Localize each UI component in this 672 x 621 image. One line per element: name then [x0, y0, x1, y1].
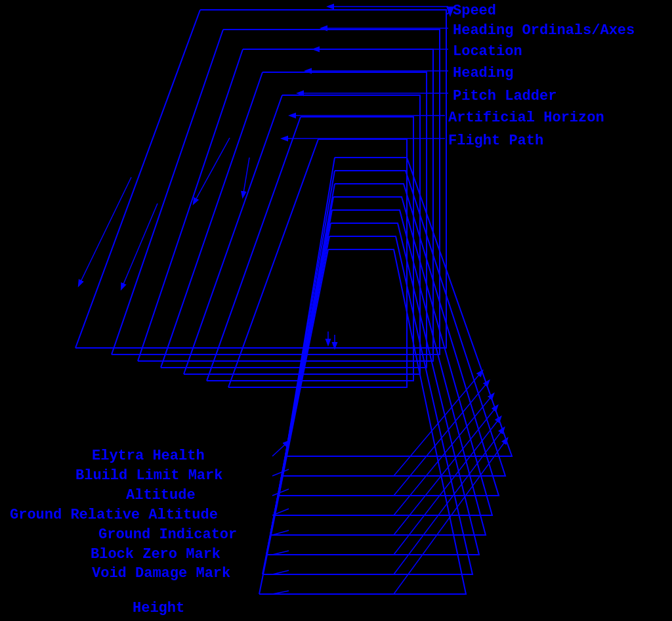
svg-line-4 [184, 95, 282, 374]
heading-label: Heading [453, 65, 513, 81]
ground-relative-altitude-label: Ground Relative Altitude [10, 507, 218, 523]
ground-indicator-label: Ground Indicator [98, 526, 237, 543]
svg-line-1 [112, 30, 223, 354]
svg-line-38 [394, 439, 507, 594]
svg-line-14 [259, 249, 328, 594]
altitude-label: Altitude [126, 487, 196, 503]
svg-line-5 [207, 117, 301, 381]
svg-line-36 [394, 428, 504, 574]
heading-ordinals-label: Heading Ordinals/Axes [453, 22, 635, 39]
svg-line-31 [272, 530, 289, 535]
svg-line-25 [272, 469, 289, 476]
build-limit-mark-label: Bluild Limit Mark [75, 467, 222, 484]
svg-line-13 [262, 236, 329, 574]
svg-line-34 [394, 417, 501, 555]
pitch-ladder-label: Pitch Ladder [453, 88, 556, 104]
svg-line-0 [75, 10, 200, 348]
svg-line-3 [161, 72, 262, 368]
location-label: Location [453, 43, 522, 60]
void-damage-mark-label: Void Damage Mark [92, 565, 230, 582]
block-zero-mark-label: Block Zero Mark [91, 546, 220, 563]
flight-path-label: Flight Path [448, 133, 543, 149]
height-label: Height [133, 600, 184, 616]
elytra-health-label: Elytra Health [92, 448, 205, 464]
speed-label: Speed [453, 3, 496, 19]
svg-line-41 [194, 138, 230, 203]
artificial-horizon-label: Artificial Horizon [448, 110, 604, 126]
svg-line-2 [138, 49, 243, 361]
svg-line-40 [121, 203, 158, 289]
